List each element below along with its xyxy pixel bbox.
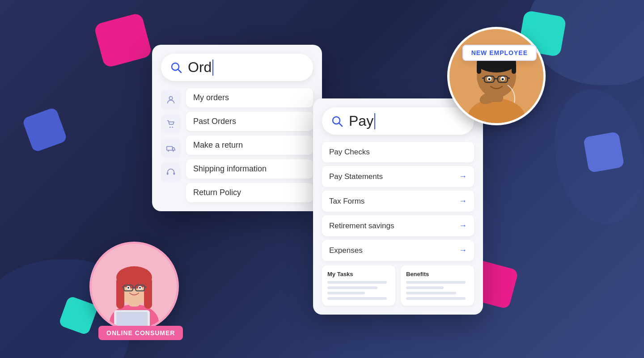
left-cursor (212, 60, 213, 76)
result-tax-forms[interactable]: Tax Forms → (322, 191, 474, 212)
svg-line-1 (178, 69, 182, 72)
search-icon-right (331, 115, 343, 128)
truck-icon (161, 138, 181, 158)
card-my-tasks-lines (327, 281, 390, 300)
card-my-tasks: My Tasks (322, 265, 395, 306)
sidebar-icons (161, 88, 181, 202)
cart-icon (161, 114, 181, 134)
arrow-retirement: → (459, 221, 467, 230)
arrow-expenses: → (459, 246, 467, 255)
svg-point-27 (139, 287, 141, 289)
menu-item-shipping[interactable]: Shipping information (186, 159, 313, 179)
svg-point-44 (488, 78, 491, 81)
menu-item-return[interactable]: Make a return (186, 136, 313, 155)
arrow-tax-forms: → (459, 196, 467, 206)
result-pay-checks[interactable]: Pay Checks (322, 142, 474, 162)
svg-line-40 (482, 78, 484, 78)
card-line (327, 281, 387, 284)
bottom-cards: My Tasks Benefits (322, 265, 474, 306)
card-line (327, 292, 365, 294)
card-line (327, 286, 377, 289)
headset-icon (161, 162, 181, 182)
svg-line-41 (508, 78, 510, 78)
left-search-query[interactable]: Ord (188, 59, 212, 76)
menu-item-my-orders[interactable]: My orders (186, 88, 313, 107)
right-search-bar[interactable]: Pay (322, 107, 474, 135)
card-my-tasks-title: My Tasks (327, 271, 390, 277)
left-search-bar[interactable]: Ord (161, 54, 313, 81)
card-benefits: Benefits (401, 265, 474, 306)
shape-blue-farright (583, 132, 625, 173)
svg-point-4 (172, 127, 173, 128)
svg-line-22 (122, 287, 124, 287)
card-benefits-title: Benefits (406, 271, 469, 277)
user-icon (161, 90, 181, 110)
svg-rect-9 (174, 172, 175, 175)
label-employee: NEW EMPLOYEE (462, 45, 537, 61)
svg-point-7 (173, 150, 174, 152)
right-cursor (374, 113, 375, 129)
svg-line-23 (144, 287, 146, 287)
svg-rect-35 (477, 63, 481, 74)
card-line (406, 286, 444, 289)
svg-rect-36 (512, 63, 516, 74)
svg-point-26 (127, 287, 129, 289)
card-line (406, 292, 456, 294)
menu-item-return-policy[interactable]: Return Policy (186, 183, 313, 202)
right-results: Pay Checks Pay Statements → Tax Forms → … (322, 142, 474, 261)
svg-point-0 (172, 63, 179, 70)
svg-point-3 (169, 127, 171, 128)
right-panel: Pay Pay Checks Pay Statements → Tax Form… (313, 98, 483, 315)
card-line (406, 281, 466, 284)
svg-point-10 (333, 117, 340, 124)
menu-item-past-orders[interactable]: Past Orders (186, 112, 313, 131)
label-consumer: ONLINE CONSUMER (98, 326, 183, 340)
arrow-pay-statements: → (459, 172, 467, 181)
avatar-consumer (89, 242, 179, 331)
svg-rect-17 (116, 277, 124, 309)
svg-point-6 (168, 150, 169, 152)
left-panel: Ord (152, 45, 322, 211)
right-search-query[interactable]: Pay (349, 113, 373, 129)
result-retirement[interactable]: Retirement savings → (322, 215, 474, 236)
svg-rect-5 (167, 146, 173, 150)
result-expenses[interactable]: Expenses → (322, 240, 474, 261)
svg-rect-18 (144, 277, 152, 309)
card-benefits-lines (406, 281, 469, 300)
svg-point-2 (169, 97, 172, 100)
search-icon-left (170, 61, 182, 74)
card-line (406, 297, 466, 300)
avatar-employee (447, 27, 546, 125)
svg-rect-8 (167, 172, 169, 175)
card-line (327, 297, 387, 300)
left-panel-content: My orders Past Orders Make a return Ship… (161, 88, 313, 202)
svg-line-11 (339, 123, 343, 126)
svg-point-45 (502, 78, 504, 81)
result-pay-statements[interactable]: Pay Statements → (322, 166, 474, 187)
left-menu-items: My orders Past Orders Make a return Ship… (186, 88, 313, 202)
